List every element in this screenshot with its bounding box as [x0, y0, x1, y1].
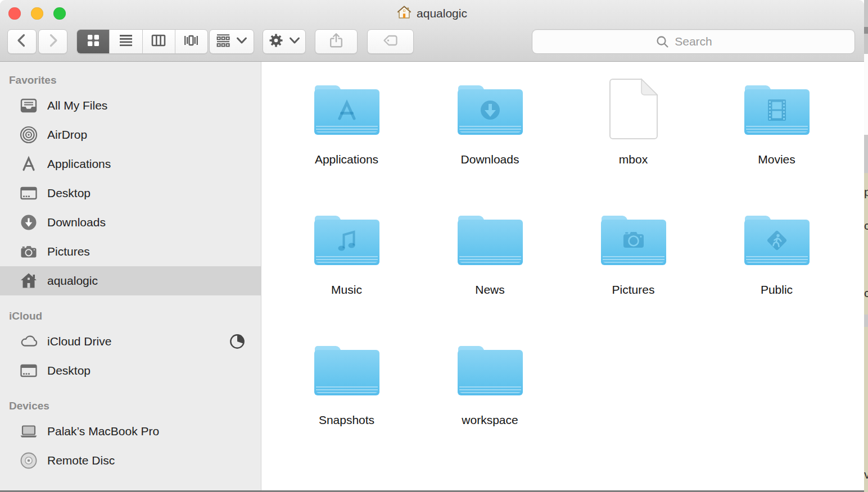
sidebar-item-label: iCloud Drive	[47, 335, 111, 348]
folder-icon	[314, 346, 379, 395]
folder-icon	[314, 216, 379, 265]
downloads-icon	[19, 213, 38, 232]
file-label: Snapshots	[319, 413, 374, 427]
all-my-files-icon	[19, 96, 38, 115]
file-label: Applications	[315, 153, 378, 166]
sidebar-item-label: Palak’s MacBook Pro	[47, 425, 159, 438]
clipped-text-fragment: p	[864, 185, 868, 199]
sidebar-section-icloud: iCloud iCloud Drive Desktop	[0, 309, 261, 385]
sidebar-section-header: Favorites	[0, 73, 261, 88]
folder-music[interactable]: Music	[275, 209, 418, 339]
arrange-grid-icon	[215, 33, 231, 51]
view-column-button[interactable]	[142, 30, 175, 53]
share-icon	[328, 32, 345, 51]
desktop-icon	[19, 184, 38, 203]
sidebar-item-pictures[interactable]: Pictures	[0, 237, 261, 266]
clipped-text-fragment: v	[864, 468, 868, 481]
back-button[interactable]	[7, 29, 37, 54]
view-icon-button[interactable]	[77, 30, 109, 53]
file-mbox[interactable]: mbox	[562, 79, 705, 209]
file-label: Public	[761, 283, 793, 297]
public-glyph-icon	[762, 226, 792, 255]
list-view-icon	[118, 33, 134, 51]
sync-progress-pie-icon	[228, 332, 246, 350]
view-list-button[interactable]	[109, 30, 142, 53]
view-mode-switcher	[76, 29, 208, 54]
icon-view-icon	[85, 33, 101, 51]
applications-icon	[19, 154, 38, 174]
sidebar-item-all-my-files[interactable]: All My Files	[0, 91, 261, 120]
clipped-text-fragment: c	[864, 286, 868, 300]
sidebar-item-icloud-drive[interactable]: iCloud Drive	[0, 327, 261, 356]
view-coverflow-button[interactable]	[175, 30, 207, 53]
folder-icon	[601, 216, 666, 265]
sidebar-item-label: AirDrop	[47, 128, 87, 142]
sidebar-item-label: Desktop	[47, 186, 91, 200]
music-glyph-icon	[332, 226, 361, 255]
document-icon	[607, 77, 660, 143]
column-view-icon	[151, 33, 166, 51]
pictures-icon	[19, 242, 38, 261]
home-icon	[19, 271, 38, 290]
file-label: mbox	[619, 153, 648, 166]
icloud-drive-icon	[19, 332, 38, 351]
window-content: Favorites All My Files AirDrop Applicati…	[0, 62, 860, 490]
action-button[interactable]	[263, 29, 306, 54]
movies-glyph-icon	[762, 95, 792, 125]
file-label: Pictures	[612, 283, 655, 297]
sidebar-item-remote-disc[interactable]: Remote Disc	[0, 446, 261, 475]
search-input[interactable]	[532, 29, 855, 54]
sidebar-section-devices: Devices Palak’s MacBook Pro Remote Disc	[0, 399, 261, 475]
applications-glyph-icon	[332, 95, 361, 125]
folder-snapshots[interactable]: Snapshots	[275, 339, 418, 470]
chevron-down-icon	[236, 35, 248, 48]
share-button[interactable]	[315, 29, 358, 54]
sidebar: Favorites All My Files AirDrop Applicati…	[0, 62, 261, 490]
forward-button[interactable]	[38, 29, 67, 54]
sidebar-section-header: Devices	[0, 399, 261, 413]
sidebar-item-label: Pictures	[47, 245, 90, 258]
window-title-text: aqualogic	[417, 7, 467, 20]
sidebar-item-desktop[interactable]: Desktop	[0, 179, 261, 208]
finder-window: aqualogic	[0, 0, 864, 492]
arrange-button[interactable]	[209, 29, 254, 54]
file-label: Music	[331, 283, 362, 297]
coverflow-view-icon	[183, 33, 199, 51]
folder-news[interactable]: News	[418, 209, 562, 339]
sidebar-section-header: iCloud	[0, 309, 261, 324]
folder-icon	[458, 85, 523, 135]
search-field	[532, 29, 855, 54]
downloads-glyph-icon	[476, 95, 505, 125]
folder-downloads[interactable]: Downloads	[418, 79, 562, 209]
folder-workspace[interactable]: workspace	[418, 339, 562, 470]
background-window-sliver: pccv	[864, 0, 868, 492]
sidebar-item-downloads[interactable]: Downloads	[0, 208, 261, 237]
file-label: workspace	[462, 413, 518, 427]
file-label: Movies	[758, 153, 795, 166]
sidebar-item-applications[interactable]: Applications	[0, 149, 261, 179]
tag-button[interactable]	[367, 29, 414, 54]
sidebar-item-palak-s-macbook-pro[interactable]: Palak’s MacBook Pro	[0, 417, 261, 446]
tag-icon	[382, 32, 399, 51]
folder-applications[interactable]: Applications	[275, 79, 418, 209]
sidebar-item-aqualogic[interactable]: aqualogic	[0, 266, 261, 295]
folder-icon	[458, 216, 523, 265]
desktop-icon	[19, 361, 38, 380]
folder-public[interactable]: Public	[705, 209, 848, 339]
sidebar-item-label: Downloads	[47, 216, 106, 229]
sidebar-item-label: aqualogic	[47, 274, 98, 288]
folder-pictures[interactable]: Pictures	[562, 209, 705, 339]
screen: aqualogic	[0, 0, 868, 492]
sidebar-item-label: Applications	[47, 157, 111, 171]
clipped-text-fragment: c	[864, 219, 868, 233]
chevron-right-icon	[45, 33, 61, 51]
airdrop-icon	[19, 125, 38, 144]
sidebar-item-label: Desktop	[47, 364, 91, 377]
chevron-down-icon	[288, 35, 301, 48]
sidebar-item-airdrop[interactable]: AirDrop	[0, 120, 261, 149]
file-grid: Applications Downloads mbox Movies Music…	[261, 62, 860, 490]
camera-glyph-icon	[619, 226, 648, 255]
folder-movies[interactable]: Movies	[705, 79, 848, 209]
folder-icon	[458, 346, 523, 395]
sidebar-item-desktop[interactable]: Desktop	[0, 356, 261, 385]
